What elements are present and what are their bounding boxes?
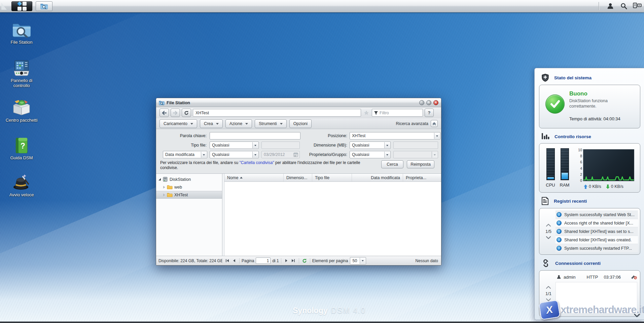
chevron-up-icon (432, 122, 436, 125)
address-field[interactable]: XHTest (193, 109, 361, 117)
owner-label: Proprietario/Gruppo: (305, 152, 347, 157)
position-label: Posizione: (305, 133, 347, 138)
download-speed: 0 KB/s (611, 184, 623, 189)
ram-label: RAM (560, 183, 570, 188)
menu-button-strumenti[interactable]: Strumenti (255, 119, 287, 128)
nas-icon (163, 177, 168, 182)
log-row[interactable]: iSystem successfully restarted FTP... (556, 244, 638, 252)
system-health-card: Buono DiskStation funziona correttamente… (539, 85, 640, 128)
log-row[interactable]: iShared folder [XHTest] was created. (556, 236, 638, 244)
file-type-dropdown[interactable]: Qualsiasi (210, 142, 259, 149)
log-row[interactable]: iShared folder [XHTest] was set to s... (556, 227, 638, 236)
desktop-icon-file-station[interactable]: File Station (3, 21, 40, 45)
info-icon: i (557, 246, 562, 251)
info-icon: i (557, 229, 562, 234)
desktop-icon-quick-start[interactable]: Avvio veloce (3, 173, 40, 197)
file-type-extra-input[interactable] (261, 142, 300, 149)
owner-dropdown[interactable]: Qualsiasi (350, 151, 391, 158)
minimize-button[interactable]: • (419, 100, 424, 105)
column-header-tipo-file[interactable]: Tipo file (312, 174, 352, 181)
search-button[interactable]: Cerca (381, 160, 403, 168)
last-page-icon (291, 259, 295, 263)
taskbar-divider (599, 2, 599, 10)
size-dropdown[interactable]: Qualsiasi (350, 142, 391, 149)
connections-page-up-button[interactable] (546, 286, 551, 289)
chain-link-icon (541, 259, 550, 267)
owner-extra-dropdown[interactable] (393, 151, 438, 158)
per-page-select[interactable]: 50 (350, 257, 366, 265)
page-number-input[interactable] (256, 257, 271, 264)
position-dropdown[interactable]: XHTest (350, 132, 440, 139)
first-page-button[interactable] (224, 257, 230, 264)
log-row[interactable]: iSystem successfully started Web St... (556, 210, 638, 219)
reset-button[interactable]: Reimposta (407, 160, 434, 168)
date-operator-dropdown[interactable]: Qualsiasi (210, 151, 259, 158)
desktop-icon-package-center[interactable]: Centro pacchetti (3, 99, 40, 123)
chevron-up-icon (546, 286, 551, 289)
chevron-down-icon (384, 152, 390, 158)
favorite-icon[interactable]: ★ (363, 110, 370, 116)
disconnect-user-button[interactable] (631, 275, 637, 279)
window-titlebar[interactable]: File Station • + × (156, 98, 441, 107)
date-field-dropdown[interactable]: Data modificata (163, 151, 207, 158)
main-menu-button[interactable] (11, 1, 32, 11)
widget-title: Stato del sistema (554, 75, 592, 80)
last-page-button[interactable] (290, 257, 297, 264)
logs-page-down-button[interactable] (546, 236, 551, 239)
filter-input[interactable] (380, 111, 417, 115)
size-value-input[interactable] (393, 142, 438, 149)
column-header-data-modificata[interactable]: Data modificata (352, 174, 403, 181)
connections-header[interactable]: Connessioni correnti (541, 259, 640, 267)
file-list: Nome Dimensio... Tipo file Data modifica… (224, 174, 441, 256)
upload-arrow-icon (584, 185, 587, 189)
column-header-nome[interactable]: Nome (224, 174, 284, 181)
user-menu-button[interactable] (604, 1, 617, 11)
search-button[interactable] (617, 1, 631, 11)
advanced-search: Ricerca avanzata (396, 120, 438, 127)
recent-logs-header[interactable]: Registri recenti (541, 197, 640, 205)
desktop-icon-dsm-help[interactable]: ? Guida DSM (3, 138, 40, 160)
file-browser: DiskStation web XHTest (156, 174, 441, 256)
log-row[interactable]: iAccess right of the shared folder [X... (556, 219, 638, 227)
tree-item-xhtest[interactable]: XHTest (156, 191, 222, 199)
refresh-button[interactable] (182, 109, 191, 117)
tree-collapsed-icon[interactable] (163, 186, 165, 189)
taskbar-file-station-button[interactable] (36, 1, 52, 11)
pilot-view-button[interactable] (631, 1, 644, 11)
back-button[interactable] (159, 109, 169, 117)
refresh-list-button[interactable] (301, 257, 308, 264)
menu-button-crea[interactable]: Crea (200, 119, 223, 128)
resource-monitor-header[interactable]: Controllo risorse (541, 133, 640, 140)
keyword-input[interactable] (210, 132, 300, 139)
desktop-icon-label: File Station (10, 40, 32, 45)
forward-button[interactable] (171, 109, 180, 117)
column-header-proprieta[interactable]: Proprieta... (403, 174, 441, 181)
advanced-search-collapse-button[interactable] (431, 120, 438, 127)
shared-folder-link[interactable]: "Cartella condivisa" (239, 160, 274, 165)
previous-page-button[interactable] (230, 257, 237, 264)
tree-collapsed-icon[interactable] (163, 194, 165, 196)
menu-button-caricamento[interactable]: Caricamento (159, 119, 197, 128)
close-button[interactable]: × (433, 100, 438, 105)
filter-field[interactable] (372, 109, 423, 117)
maximize-button[interactable]: + (426, 100, 431, 105)
desktop-icon-control-panel[interactable]: Pannello di controllo (3, 60, 40, 88)
menu-button-azione[interactable]: Azione (225, 119, 252, 128)
tree-item-diskstation[interactable]: DiskStation (156, 175, 222, 183)
widget-title: Registri recenti (554, 199, 587, 204)
system-health-header[interactable]: Stato del sistema (541, 74, 640, 82)
desktop-icon-label: Avvio veloce (9, 192, 34, 197)
next-page-button[interactable] (283, 257, 290, 264)
help-button[interactable]: ? (425, 109, 434, 117)
tree-expanded-icon[interactable] (158, 178, 161, 180)
tree-item-web[interactable]: web (156, 183, 222, 191)
logs-page-up-button[interactable] (546, 224, 551, 227)
show-desktop-icon (1, 3, 7, 10)
file-list-body[interactable] (224, 182, 441, 256)
menu-button-opzioni[interactable]: Opzioni (289, 119, 312, 128)
column-header-dimensione[interactable]: Dimensio... (284, 174, 312, 181)
connection-row[interactable]: admin HTTP 03:37:06 (556, 273, 638, 281)
date-input[interactable]: 03/29/2012 (261, 151, 300, 158)
shield-icon (541, 74, 549, 82)
show-desktop-button[interactable] (0, 0, 9, 12)
